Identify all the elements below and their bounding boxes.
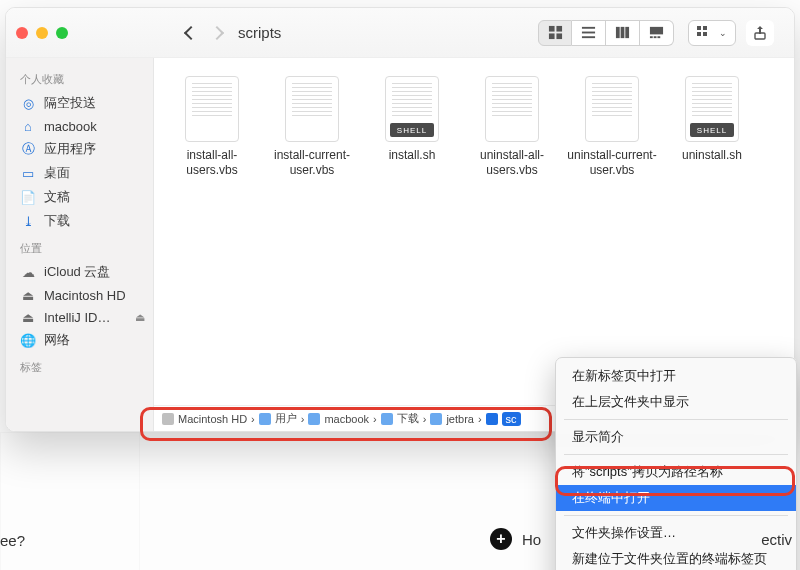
svg-rect-10 (650, 27, 663, 35)
file-name: uninstall-all-users.vbs (464, 148, 560, 178)
file-name: uninstall-current-user.vbs (564, 148, 660, 178)
downloads-icon: ⤓ (20, 213, 36, 229)
svg-rect-4 (582, 27, 595, 29)
sidebar-item[interactable]: ⏏IntelliJ ID…⏏ (6, 306, 153, 328)
sidebar-item[interactable]: ◎隔空投送 (6, 91, 153, 115)
minimize-icon[interactable] (36, 27, 48, 39)
context-menu-item[interactable]: 显示简介 (556, 424, 796, 450)
apps-icon: Ⓐ (20, 141, 36, 157)
desktop-icon: ▭ (20, 165, 36, 181)
svg-rect-15 (703, 26, 707, 30)
sidebar-section-label: 位置 (6, 233, 153, 260)
file-item[interactable]: install-all-users.vbs (162, 76, 262, 178)
sidebar-item-label: 应用程序 (44, 140, 145, 158)
background-text: + Ho ectiv (490, 528, 792, 550)
sidebar-item[interactable]: 📄文稿 (6, 185, 153, 209)
view-icon-grid[interactable] (538, 20, 572, 46)
file-icon: SHELL (685, 76, 739, 142)
cloud-icon: ☁ (20, 264, 36, 280)
context-menu-item[interactable]: 在上层文件夹中显示 (556, 389, 796, 415)
sidebar-item[interactable]: ⏏Macintosh HD (6, 284, 153, 306)
file-icon (585, 76, 639, 142)
file-icon: SHELL (385, 76, 439, 142)
annotation-highlight (140, 407, 552, 441)
view-switcher (538, 20, 674, 46)
sidebar-item-label: 文稿 (44, 188, 145, 206)
svg-rect-6 (582, 36, 595, 38)
file-name: install-current-user.vbs (264, 148, 360, 178)
view-columns-icon[interactable] (606, 20, 640, 46)
sidebar-item-label: Macintosh HD (44, 288, 145, 303)
disk-icon: ⏏ (20, 287, 36, 303)
annotation-highlight (555, 466, 795, 496)
file-name: install-all-users.vbs (164, 148, 260, 178)
home-icon: ⌂ (20, 118, 36, 134)
sidebar: 个人收藏◎隔空投送⌂macbookⒶ应用程序▭桌面📄文稿⤓下载位置☁iCloud… (6, 58, 154, 431)
file-name: install.sh (389, 148, 436, 163)
svg-rect-2 (548, 33, 554, 39)
window-controls (16, 27, 68, 39)
file-item[interactable]: install-current-user.vbs (262, 76, 362, 178)
svg-rect-12 (654, 36, 657, 38)
disk-icon: ⏏ (20, 309, 36, 325)
sidebar-item[interactable]: ☁iCloud 云盘 (6, 260, 153, 284)
svg-rect-17 (703, 32, 707, 36)
group-by-button[interactable]: ⌄ (688, 20, 736, 46)
sidebar-item-label: 网络 (44, 331, 145, 349)
file-icon (285, 76, 339, 142)
svg-rect-3 (556, 33, 562, 39)
svg-rect-1 (556, 26, 562, 32)
close-icon[interactable] (16, 27, 28, 39)
svg-rect-16 (697, 32, 701, 36)
svg-rect-0 (548, 26, 554, 32)
sidebar-item-label: 下载 (44, 212, 145, 230)
back-button[interactable] (178, 18, 204, 48)
svg-rect-7 (616, 27, 620, 38)
sidebar-section-label: 个人收藏 (6, 64, 153, 91)
window-title: scripts (238, 24, 538, 41)
eject-icon[interactable]: ⏏ (135, 311, 145, 324)
sidebar-item[interactable]: Ⓐ应用程序 (6, 137, 153, 161)
svg-rect-14 (697, 26, 701, 30)
view-gallery-icon[interactable] (640, 20, 674, 46)
menu-separator (564, 419, 788, 420)
file-item[interactable]: SHELLuninstall.sh (662, 76, 762, 178)
svg-rect-9 (625, 27, 629, 38)
share-button[interactable] (746, 20, 774, 46)
file-grid[interactable]: install-all-users.vbsinstall-current-use… (154, 58, 794, 405)
file-name: uninstall.sh (682, 148, 742, 163)
sidebar-item[interactable]: ▭桌面 (6, 161, 153, 185)
file-icon (485, 76, 539, 142)
sidebar-item-label: iCloud 云盘 (44, 263, 145, 281)
sidebar-item-label: 隔空投送 (44, 94, 145, 112)
sidebar-item[interactable]: 🌐网络 (6, 328, 153, 352)
menu-separator (564, 454, 788, 455)
sidebar-item[interactable]: ⌂macbook (6, 115, 153, 137)
file-item[interactable]: uninstall-current-user.vbs (562, 76, 662, 178)
svg-rect-8 (621, 27, 625, 38)
plus-icon[interactable]: + (490, 528, 512, 550)
airdrop-icon: ◎ (20, 95, 36, 111)
sidebar-section-label: 标签 (6, 352, 153, 379)
file-icon (185, 76, 239, 142)
globe-icon: 🌐 (20, 332, 36, 348)
sidebar-item-label: IntelliJ ID… (44, 310, 127, 325)
svg-rect-13 (657, 36, 660, 38)
background-text: ee? (0, 532, 25, 549)
sidebar-item[interactable]: ⤓下载 (6, 209, 153, 233)
menu-separator (564, 515, 788, 516)
view-list-icon[interactable] (572, 20, 606, 46)
file-item[interactable]: uninstall-all-users.vbs (462, 76, 562, 178)
chevron-down-icon: ⌄ (719, 28, 727, 38)
zoom-icon[interactable] (56, 27, 68, 39)
svg-rect-11 (650, 36, 653, 38)
file-item[interactable]: SHELLinstall.sh (362, 76, 462, 178)
forward-button[interactable] (204, 18, 230, 48)
sidebar-item-label: 桌面 (44, 164, 145, 182)
docs-icon: 📄 (20, 189, 36, 205)
sidebar-item-label: macbook (44, 119, 145, 134)
toolbar: scripts ⌄ (6, 8, 794, 58)
context-menu-item[interactable]: 在新标签页中打开 (556, 363, 796, 389)
svg-rect-5 (582, 32, 595, 34)
